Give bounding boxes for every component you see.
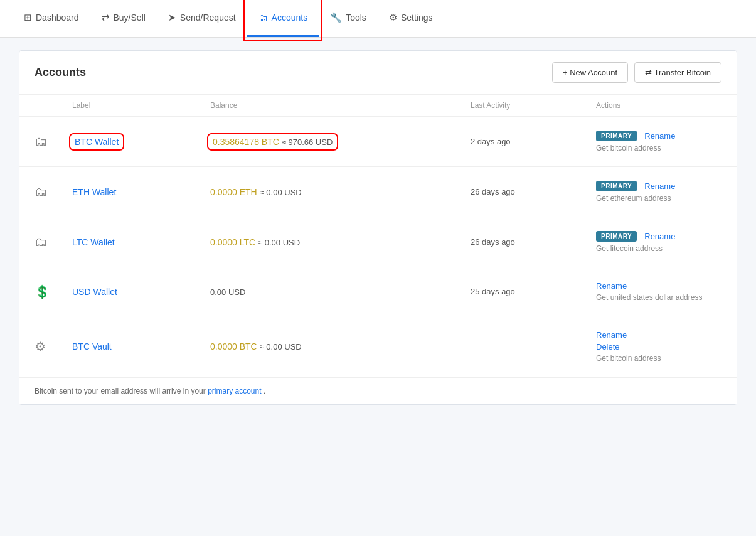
header-actions: + New Account ⇄ Transfer Bitcoin — [552, 62, 721, 83]
get-ethereum-address-link[interactable]: Get ethereum address — [596, 194, 721, 203]
col-label-header: Label — [72, 101, 210, 110]
transfer-bitcoin-button[interactable]: ⇄ Transfer Bitcoin — [634, 62, 721, 83]
table-row: 🗂 BTC Wallet 0.35864178 BTC ≈ 970.66 USD… — [19, 117, 737, 167]
get-vault-bitcoin-address-link[interactable]: Get bitcoin address — [596, 354, 721, 363]
nav-settings[interactable]: ⚙ Settings — [378, 0, 444, 37]
balance-ltc: 0.0000 LTC ≈ 0.00 USD — [210, 237, 471, 247]
dollar-circle-icon: 💲 — [35, 284, 72, 299]
buysell-icon: ⇄ — [102, 12, 110, 23]
card-header: Accounts + New Account ⇄ Transfer Bitcoi… — [19, 51, 737, 95]
col-activity-header: Last Activity — [471, 101, 596, 110]
actions-vault: Rename Delete Get bitcoin address — [596, 330, 721, 363]
col-actions-header: Actions — [596, 101, 721, 110]
last-activity-btc: 2 days ago — [471, 137, 596, 146]
actions-usd: Rename Get united states dollar address — [596, 281, 721, 302]
new-account-button[interactable]: + New Account — [552, 62, 628, 83]
wallet-name-btc[interactable]: BTC Wallet — [72, 136, 210, 147]
wallet-name-usd[interactable]: USD Wallet — [72, 287, 210, 297]
wallet-name-ltc[interactable]: LTC Wallet — [72, 237, 210, 247]
table-header: Label Balance Last Activity Actions — [19, 95, 737, 117]
nav-accounts-label: Accounts — [272, 13, 308, 23]
footer-note: Bitcoin sent to your email address will … — [19, 377, 737, 404]
nav-sendrequest[interactable]: ➤ Send/Request — [157, 0, 247, 37]
get-bitcoin-address-link[interactable]: Get bitcoin address — [596, 144, 721, 153]
nav-tools-label: Tools — [346, 13, 366, 23]
top-navigation: ⊞ Dashboard ⇄ Buy/Sell ➤ Send/Request 🗂 … — [0, 0, 756, 38]
primary-account-link[interactable]: primary account — [208, 387, 261, 395]
wallet-folder-eth-icon: 🗂 — [35, 185, 72, 199]
delete-vault-link[interactable]: Delete — [596, 342, 721, 351]
balance-usd: 0.00 USD — [210, 287, 471, 297]
get-usd-address-link[interactable]: Get united states dollar address — [596, 293, 721, 302]
page-title: Accounts — [35, 66, 86, 79]
balance-eth: 0.0000 ETH ≈ 0.00 USD — [210, 187, 471, 197]
nav-dashboard[interactable]: ⊞ Dashboard — [13, 0, 90, 37]
nav-buysell-label: Buy/Sell — [114, 13, 146, 23]
col-icon — [35, 101, 72, 110]
rename-btc-link[interactable]: Rename — [644, 131, 675, 141]
primary-badge-ltc: PRIMARY — [596, 231, 637, 242]
nav-dashboard-label: Dashboard — [36, 13, 79, 23]
vault-gear-icon: ⚙ — [35, 339, 72, 354]
tools-icon: 🔧 — [330, 12, 342, 23]
footer-text-before: Bitcoin sent to your email address will … — [35, 387, 208, 395]
get-litecoin-address-link[interactable]: Get litecoin address — [596, 244, 721, 253]
dashboard-icon: ⊞ — [24, 12, 32, 23]
last-activity-eth: 26 days ago — [471, 187, 596, 196]
rename-ltc-link[interactable]: Rename — [644, 232, 675, 241]
table-row: 💲 USD Wallet 0.00 USD 25 days ago Rename… — [19, 267, 737, 316]
wallet-name-eth[interactable]: ETH Wallet — [72, 187, 210, 197]
nav-tools[interactable]: 🔧 Tools — [319, 0, 378, 37]
accounts-card: Accounts + New Account ⇄ Transfer Bitcoi… — [19, 50, 737, 405]
footer-text-after: . — [264, 387, 265, 395]
balance-btc: 0.35864178 BTC ≈ 970.66 USD — [210, 136, 471, 147]
balance-vault: 0.0000 BTC ≈ 0.00 USD — [210, 341, 471, 351]
nav-settings-label: Settings — [401, 13, 433, 23]
nav-sendrequest-label: Send/Request — [180, 13, 236, 23]
wallet-name-vault[interactable]: BTC Vault — [72, 341, 210, 351]
settings-icon: ⚙ — [389, 12, 397, 23]
col-balance-header: Balance — [210, 101, 471, 110]
table-row: 🗂 ETH Wallet 0.0000 ETH ≈ 0.00 USD 26 da… — [19, 167, 737, 217]
wallet-folder-ltc-icon: 🗂 — [35, 235, 72, 249]
last-activity-usd: 25 days ago — [471, 287, 596, 296]
actions-ltc: PRIMARY Rename Get litecoin address — [596, 231, 721, 253]
last-activity-ltc: 26 days ago — [471, 237, 596, 247]
rename-eth-link[interactable]: Rename — [644, 181, 675, 191]
table-row: ⚙ BTC Vault 0.0000 BTC ≈ 0.00 USD Rename… — [19, 316, 737, 377]
nav-buysell[interactable]: ⇄ Buy/Sell — [90, 0, 157, 37]
nav-accounts[interactable]: 🗂 Accounts — [247, 0, 319, 37]
actions-eth: PRIMARY Rename Get ethereum address — [596, 181, 721, 203]
sendrequest-icon: ➤ — [168, 12, 176, 23]
main-content: Accounts + New Account ⇄ Transfer Bitcoi… — [0, 38, 756, 417]
wallet-folder-icon: 🗂 — [35, 134, 72, 149]
table-row: 🗂 LTC Wallet 0.0000 LTC ≈ 0.00 USD 26 da… — [19, 217, 737, 267]
primary-badge-btc: PRIMARY — [596, 131, 637, 141]
rename-vault-link[interactable]: Rename — [596, 330, 721, 340]
accounts-icon: 🗂 — [258, 13, 268, 23]
primary-badge-eth: PRIMARY — [596, 181, 637, 191]
actions-btc: PRIMARY Rename Get bitcoin address — [596, 131, 721, 153]
rename-usd-link[interactable]: Rename — [596, 281, 721, 291]
